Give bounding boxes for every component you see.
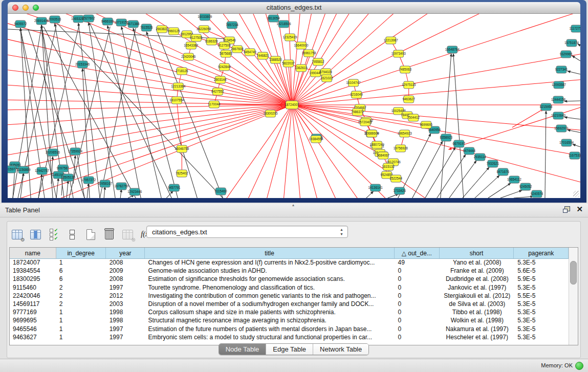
graph-node[interactable]: 9127508: [218, 42, 231, 49]
graph-node[interactable]: 8671388: [127, 20, 140, 28]
graph-node[interactable]: 28226058: [197, 26, 211, 33]
tab-edge-table[interactable]: Edge Table: [266, 344, 313, 355]
tab-network-table[interactable]: Network Table: [313, 344, 368, 355]
graph-node[interactable]: 8215958: [540, 103, 553, 111]
graph-node[interactable]: 12325419: [282, 34, 297, 41]
graph-node[interactable]: 8813054: [267, 15, 280, 22]
graph-node[interactable]: 18807249: [370, 141, 385, 148]
table-row[interactable]: 1456911722003Disruption of a novel membe…: [10, 300, 569, 308]
graph-node[interactable]: 22420046: [181, 53, 196, 60]
show-columns-icon[interactable]: [29, 228, 42, 241]
splitter-handle[interactable]: ▴: [290, 204, 297, 206]
graph-node[interactable]: 15692971: [554, 125, 569, 132]
table-row[interactable]: 1830029562008Estimation of significance …: [10, 275, 569, 283]
column-header-short[interactable]: short: [440, 248, 514, 258]
graph-node[interactable]: 2718126: [176, 68, 188, 75]
graph-node[interactable]: 1527602: [82, 15, 95, 22]
graph-node[interactable]: 16640910: [294, 42, 309, 49]
graph-node[interactable]: 2935114: [474, 154, 487, 161]
graph-node[interactable]: 7504412: [407, 114, 420, 121]
column-header-name[interactable]: name: [10, 248, 56, 258]
scrollbar-thumb[interactable]: [570, 261, 577, 285]
minimize-window-icon[interactable]: [23, 5, 29, 11]
graph-node[interactable]: 18724007: [285, 101, 299, 109]
graph-node[interactable]: 11172754: [569, 25, 580, 32]
graph-node[interactable]: 18107554: [169, 97, 184, 104]
network-canvas[interactable]: 9405572206914062093516106532871527602846…: [8, 14, 580, 198]
graph-node[interactable]: 19384554: [309, 136, 324, 143]
graph-node[interactable]: 16033809: [198, 14, 212, 20]
graph-node[interactable]: 1167533: [569, 152, 580, 159]
graph-node[interactable]: 8186328: [205, 38, 218, 45]
graph-node[interactable]: 19218506: [276, 20, 291, 28]
graph-node[interactable]: 7932621: [487, 160, 499, 167]
graph-node[interactable]: 7825402: [176, 170, 188, 177]
graph-node[interactable]: 7446821: [256, 52, 269, 59]
tab-node-table[interactable]: Node Table: [219, 344, 267, 355]
graph-node[interactable]: 1615132: [382, 163, 395, 170]
delete-table-icon[interactable]: [102, 228, 116, 241]
graph-node[interactable]: 9097587: [57, 165, 70, 172]
graph-node[interactable]: 2093516: [49, 16, 61, 23]
graph-node[interactable]: 10688609: [365, 130, 380, 137]
graph-node[interactable]: 9463627: [402, 96, 415, 103]
graph-node[interactable]: 10654112: [507, 176, 521, 183]
graph-node[interactable]: 9699695: [420, 121, 432, 128]
graph-node[interactable]: 12942757: [35, 167, 50, 174]
column-header-out_de[interactable]: △ out_de...: [395, 248, 440, 258]
new-table-icon[interactable]: [84, 228, 97, 241]
graph-node[interactable]: 8471676: [497, 168, 510, 176]
graph-node[interactable]: 9240574: [531, 190, 543, 198]
graph-node[interactable]: 20206516: [46, 149, 60, 156]
table-row[interactable]: 1938455462009Genome-wide association stu…: [10, 267, 569, 275]
graph-node[interactable]: 5822037: [282, 60, 295, 67]
select-attributes-icon[interactable]: ✔✔✔: [47, 228, 60, 241]
table-select-dropdown[interactable]: citations_edges.txt ▲▼: [146, 226, 348, 238]
graph-node[interactable]: 15751874: [564, 39, 579, 47]
column-header-pagerank[interactable]: pagerank: [514, 248, 569, 258]
graph-node[interactable]: 16961758: [302, 50, 317, 57]
graph-node[interactable]: 6679197: [453, 140, 466, 147]
graph-node[interactable]: 12444158: [551, 96, 566, 103]
table-settings-icon[interactable]: ⚙: [10, 228, 24, 241]
graph-node[interactable]: 12093587: [552, 81, 567, 89]
toggle-view-icon[interactable]: [66, 228, 79, 241]
table-row[interactable]: 977716911998Corpus callosum shape and si…: [10, 308, 569, 316]
graph-node[interactable]: 11156869: [16, 166, 31, 173]
graph-node[interactable]: 8427552: [211, 88, 224, 95]
graph-node[interactable]: 17359924: [68, 148, 83, 155]
graph-node[interactable]: 7857234: [226, 21, 238, 29]
graph-node[interactable]: 7485063: [399, 66, 411, 73]
graph-node[interactable]: 2522544: [389, 175, 402, 182]
graph-node[interactable]: 7615526: [140, 24, 153, 31]
graph-node[interactable]: 19756928: [394, 145, 408, 152]
graph-node[interactable]: 13505135: [61, 174, 76, 181]
graph-node[interactable]: 8358923: [440, 134, 453, 141]
graph-node[interactable]: 15720407: [358, 119, 373, 126]
graph-node[interactable]: 16210643: [551, 112, 566, 119]
table-row[interactable]: 946362711997Embryonic stem cells: a mode…: [10, 333, 569, 341]
graph-node[interactable]: 1170044: [208, 101, 221, 108]
graph-node[interactable]: 9245052: [519, 183, 532, 190]
graph-node[interactable]: 18300295: [263, 110, 278, 117]
column-header-year[interactable]: year: [106, 248, 145, 258]
table-row[interactable]: 946554611997Estimation of the future num…: [10, 325, 569, 333]
graph-node[interactable]: 9457791: [168, 184, 181, 191]
graph-node[interactable]: 20153346: [75, 61, 90, 68]
graph-node[interactable]: 9127505: [190, 34, 203, 41]
graph-node[interactable]: 7986372: [351, 108, 364, 116]
graph-node[interactable]: 14136141: [368, 184, 383, 191]
graph-node[interactable]: 20691406: [34, 17, 49, 25]
memory-status-indicator-icon[interactable]: [575, 362, 583, 370]
graph-node[interactable]: 16543382: [184, 42, 199, 49]
table-row[interactable]: 1872400712008Changes of HCN gene express…: [10, 258, 569, 267]
column-header-title[interactable]: title: [145, 248, 395, 258]
close-window-icon[interactable]: [12, 5, 18, 11]
graph-node[interactable]: 8466160: [101, 18, 114, 25]
graph-node[interactable]: 12923446: [127, 188, 142, 195]
graph-node[interactable]: 9684067: [377, 152, 389, 159]
graph-node[interactable]: 10958167: [98, 180, 113, 187]
column-header-in_degree[interactable]: in_degree: [56, 248, 106, 258]
graph-node[interactable]: 16104747: [346, 79, 361, 86]
graph-node[interactable]: 16046758: [175, 145, 189, 152]
